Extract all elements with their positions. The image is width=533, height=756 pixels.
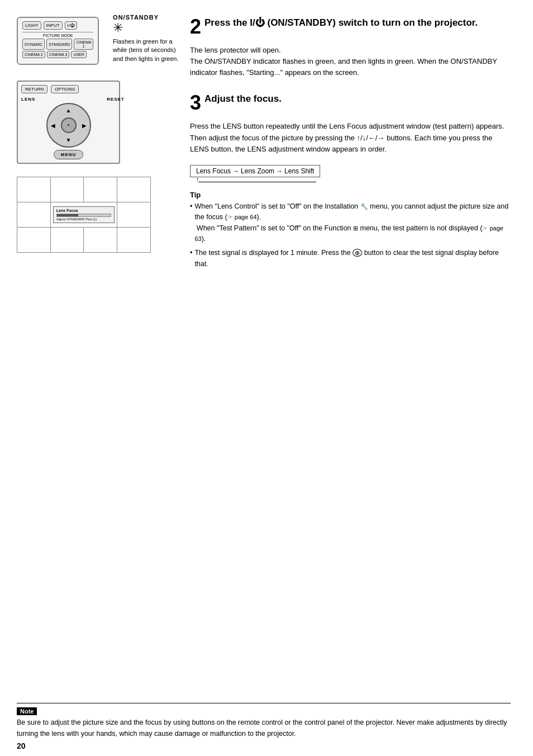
- control-panel: RETURN OPTIONS LENS RESET ▲ ▼ ◀ ▶ + MENU: [17, 81, 120, 164]
- grid-cell-3: [84, 177, 117, 202]
- dpad-right[interactable]: ▶: [82, 122, 87, 129]
- tip-bullet-text-1: When "Lens Control" is set to "Off" on t…: [194, 201, 511, 245]
- grid-cell-lens-focus: Lens Focus Adjust STANDARD Part (1): [50, 202, 117, 228]
- note-section: Note Be sure to adjust the picture size …: [17, 703, 511, 739]
- standby-icon: ✳: [113, 22, 123, 34]
- menu-btn-row: MENU: [21, 150, 116, 159]
- left-column: LIGHT INPUT I/⏻ PICTURE MODE DYNAMIC STA…: [17, 17, 179, 739]
- top-section: LIGHT INPUT I/⏻ PICTURE MODE DYNAMIC STA…: [17, 17, 179, 65]
- standard-button[interactable]: STANDARD: [46, 39, 72, 50]
- standby-description: Flashes in green for a while (tens of se…: [113, 37, 179, 63]
- page-ref-64: ☞ page 64: [227, 214, 257, 220]
- cinema1-button[interactable]: CINEMA 1: [74, 39, 93, 50]
- lens-grid-table: Lens Focus Adjust STANDARD Part (1): [17, 177, 151, 253]
- step2-body: The lens protector will open. The ON/STA…: [190, 45, 511, 78]
- wrench-icon: 🔧: [360, 203, 368, 210]
- ctrl-labels-row: LENS RESET: [21, 97, 125, 102]
- page-ref-63: ☞ page 63: [194, 225, 503, 242]
- standby-area: ON/STANDBY ✳ Flashes in green for a whil…: [113, 14, 179, 63]
- grid-cell-12: [117, 228, 151, 253]
- lens-focus-title: Lens Focus: [56, 209, 112, 212]
- return-button[interactable]: RETURN: [21, 85, 47, 93]
- lens-focus-bar: [56, 214, 112, 217]
- cinema2-button[interactable]: CINEMA 2: [22, 51, 45, 58]
- user-button[interactable]: USER: [71, 51, 86, 58]
- step2-number: 2: [190, 17, 201, 37]
- lens-zoom-text: Lens Zoom: [241, 167, 274, 175]
- note-text: Be sure to adjust the picture size and t…: [17, 717, 511, 739]
- arrows-icon: ↑/↓/←/→: [356, 134, 384, 142]
- lens-diagram: Lens Focus → Lens Zoom → Lens Shift ↑: [190, 165, 320, 177]
- grid-cell-8: [117, 202, 151, 228]
- step3-body: Press the LENS button repeatedly until t…: [190, 121, 511, 154]
- grid-cell-10: [50, 228, 84, 253]
- light-button[interactable]: LIGHT: [22, 21, 41, 30]
- lens-label: LENS: [21, 97, 35, 102]
- options-button[interactable]: OPTIONS: [51, 85, 79, 93]
- step2-header: 2 Press the I/⏻ (ON/STANDBY) switch to t…: [190, 17, 511, 37]
- dpad-down[interactable]: ▼: [66, 137, 72, 143]
- dpad-center-button[interactable]: +: [61, 117, 77, 133]
- cinema3-button[interactable]: CINEMA 3: [47, 51, 70, 58]
- ctrl-top-row: RETURN OPTIONS: [21, 85, 116, 93]
- grid-cell-2: [50, 177, 84, 202]
- grid-cell-5: [17, 202, 51, 228]
- loop-line: [198, 182, 316, 182]
- step3-title: Adjust the focus.: [204, 93, 282, 105]
- page: LIGHT INPUT I/⏻ PICTURE MODE DYNAMIC STA…: [0, 0, 533, 756]
- dpad-circle[interactable]: ▲ ▼ ◀ ▶ +: [46, 103, 91, 148]
- page-number: 20: [17, 741, 26, 750]
- remote-top-buttons: LIGHT INPUT I/⏻: [22, 21, 93, 30]
- lens-diagram-container: Lens Focus → Lens Zoom → Lens Shift ↑: [190, 165, 511, 177]
- right-column: 2 Press the I/⏻ (ON/STANDBY) switch to t…: [190, 17, 511, 739]
- arrow1: →: [232, 167, 239, 175]
- lens-focus-bar-label: Adjust STANDARD Part (1): [56, 218, 112, 221]
- grid-cell-1: [17, 177, 51, 202]
- tip-title: Tip: [190, 191, 511, 199]
- center-button-icon: ⊕: [353, 249, 362, 257]
- dpad-left[interactable]: ◀: [51, 122, 55, 129]
- step3-header: 3 Adjust the focus.: [190, 93, 511, 113]
- reset-label: RESET: [107, 97, 125, 102]
- input-button[interactable]: INPUT: [44, 21, 63, 30]
- arrow2: →: [276, 167, 283, 175]
- tip-bullet-marker-1: •: [190, 201, 192, 245]
- tip-bullet-1: • When "Lens Control" is set to "Off" on…: [190, 201, 511, 245]
- lens-focus-text: Lens Focus: [196, 167, 231, 175]
- tip-bullet-text-2: The test signal is displayed for 1 minut…: [194, 248, 511, 270]
- lens-focus-popup: Lens Focus Adjust STANDARD Part (1): [53, 206, 115, 223]
- tip-bullet-2: • The test signal is displayed for 1 min…: [190, 248, 511, 270]
- dpad-area: ▲ ▼ ◀ ▶ +: [21, 103, 116, 148]
- step3-number: 3: [190, 93, 201, 113]
- mode-row2: CINEMA 2 CINEMA 3 USER: [22, 51, 93, 58]
- tip-section: Tip • When "Lens Control" is set to "Off…: [190, 191, 511, 273]
- lens-focus-bar-fill: [57, 214, 79, 216]
- tip-bullet-marker-2: •: [190, 248, 192, 270]
- lens-shift-text: Lens Shift: [284, 167, 314, 175]
- grid-cell-4: [117, 177, 151, 202]
- dynamic-button[interactable]: DYNAMIC: [22, 39, 45, 50]
- mode-row1: DYNAMIC STANDARD CINEMA 1: [22, 39, 93, 50]
- grid-cell-9: [17, 228, 51, 253]
- dpad-up[interactable]: ▲: [66, 107, 72, 114]
- picture-mode-label: PICTURE MODE: [22, 32, 93, 37]
- note-label: Note: [17, 707, 37, 715]
- step2-title: Press the I/⏻ (ON/STANDBY) switch to tur…: [204, 17, 478, 29]
- menu-button[interactable]: MENU: [54, 150, 84, 159]
- standby-label: ON/STANDBY: [113, 14, 159, 21]
- grid-cell-11: [84, 228, 117, 253]
- power-button[interactable]: I/⏻: [65, 21, 77, 30]
- grid-icon: ⊞: [353, 225, 358, 231]
- remote-panel: LIGHT INPUT I/⏻ PICTURE MODE DYNAMIC STA…: [17, 17, 99, 65]
